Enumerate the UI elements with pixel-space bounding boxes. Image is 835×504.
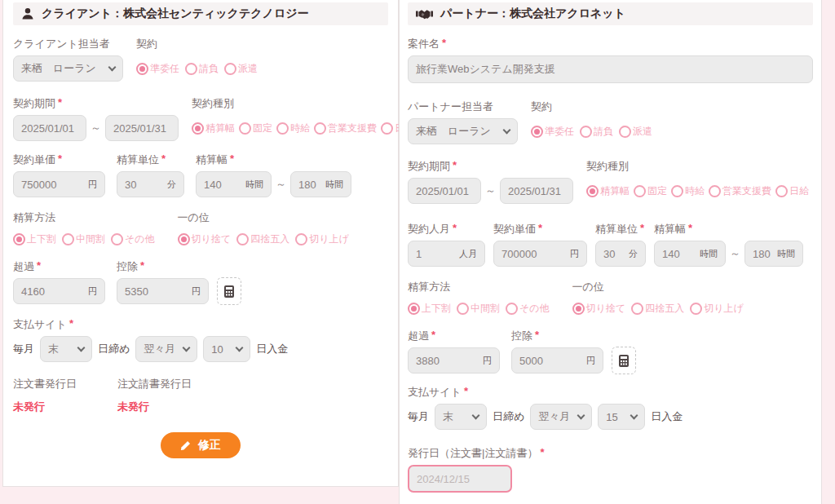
radio-option[interactable]: 四捨五入 bbox=[631, 302, 684, 316]
partner-method-radio-group: 上下割 中間割 その他 bbox=[408, 302, 550, 316]
radio-icon bbox=[586, 185, 599, 197]
partner-contact-value: 来栖 ローラン bbox=[416, 124, 491, 139]
client-payment-day-select[interactable]: 10 bbox=[203, 336, 250, 362]
unit-suffix: 人月 bbox=[459, 248, 477, 260]
client-settle-range-min-input[interactable]: 140時間 bbox=[196, 171, 272, 197]
client-excess-input[interactable]: 4160円 bbox=[13, 278, 105, 304]
radio-icon bbox=[13, 233, 25, 245]
radio-option[interactable]: 四捨五入 bbox=[236, 232, 289, 246]
person-icon bbox=[21, 7, 34, 20]
partner-issue-date-label: 発行日（注文書|注文請書）* bbox=[408, 446, 813, 461]
client-unit-price-input[interactable]: 750000円 bbox=[13, 171, 105, 197]
partner-payment-site-label: 支払サイト* bbox=[408, 385, 813, 400]
partner-contact-label: パートナー担当者 bbox=[408, 99, 518, 114]
partner-unit-price-input[interactable]: 700000円 bbox=[493, 241, 587, 267]
radio-option[interactable]: 中間割 bbox=[457, 302, 500, 316]
client-method-label: 精算方法 bbox=[13, 210, 155, 225]
client-payment-month-select[interactable]: 翌々月 bbox=[135, 336, 197, 362]
unit-suffix: 分 bbox=[167, 179, 176, 191]
client-settle-unit-input[interactable]: 30分 bbox=[117, 171, 184, 197]
radio-option[interactable]: 精算幅 bbox=[192, 122, 235, 135]
tilde-separator: ～ bbox=[276, 177, 286, 192]
client-deduction-label: 控除* bbox=[117, 259, 241, 274]
calculator-button[interactable] bbox=[612, 347, 636, 374]
radio-option[interactable]: 切り捨て bbox=[178, 232, 232, 246]
radio-option[interactable]: 時給 bbox=[671, 184, 705, 198]
partner-contact-select[interactable]: 来栖 ローラン bbox=[408, 118, 518, 144]
radio-option[interactable]: 中間割 bbox=[62, 232, 105, 246]
radio-icon bbox=[671, 185, 683, 197]
client-period-end-input[interactable]: 2025/01/31 bbox=[105, 115, 179, 141]
client-panel: クライアント：株式会社センティックテクノロジー クライアント担当者 来栖 ローラ… bbox=[2, 0, 399, 487]
client-period-start-input[interactable]: 2025/01/01 bbox=[13, 115, 86, 141]
radio-option[interactable]: その他 bbox=[506, 302, 550, 316]
radio-option[interactable]: 上下割 bbox=[408, 302, 451, 316]
payment-mid-text: 日締め bbox=[493, 409, 524, 424]
radio-option[interactable]: 切り上げ bbox=[295, 232, 349, 246]
client-rounding-label: 一の位 bbox=[178, 210, 349, 225]
partner-excess-input[interactable]: 3880円 bbox=[408, 347, 500, 374]
unit-suffix: 円 bbox=[192, 285, 201, 298]
edit-button[interactable]: 修正 bbox=[161, 432, 241, 458]
partner-rounding-radio-group: 切り捨て 四捨五入 切り上げ bbox=[572, 302, 744, 316]
partner-closing-day-select[interactable]: 末 bbox=[435, 404, 487, 430]
radio-option[interactable]: 日給 bbox=[775, 184, 809, 198]
radio-option[interactable]: 営業支援費 bbox=[709, 184, 771, 198]
radio-icon bbox=[314, 122, 326, 135]
partner-period-end-input[interactable]: 2025/01/31 bbox=[500, 178, 573, 204]
radio-icon bbox=[185, 63, 197, 75]
client-excess-label: 超過* bbox=[13, 259, 105, 274]
radio-option[interactable]: 準委任 bbox=[136, 62, 179, 76]
client-panel-header: クライアント：株式会社センティックテクノロジー bbox=[13, 2, 388, 25]
partner-project-input[interactable]: 旅行業Webシステム開発支援 bbox=[408, 55, 813, 83]
radio-option[interactable]: 準委任 bbox=[531, 125, 574, 139]
chevron-down-icon bbox=[503, 126, 511, 134]
radio-option[interactable]: 切り捨て bbox=[572, 302, 626, 316]
partner-man-month-input[interactable]: 1人月 bbox=[408, 241, 485, 267]
radio-option[interactable]: 派遣 bbox=[224, 62, 258, 76]
radio-option[interactable]: 営業支援費 bbox=[314, 122, 377, 135]
partner-contract-label: 契約 bbox=[531, 99, 652, 114]
partner-man-month-label: 契約人月* bbox=[408, 222, 485, 237]
partner-deduction-input[interactable]: 5000円 bbox=[511, 347, 603, 374]
partner-settle-range-min-input[interactable]: 140時間 bbox=[654, 241, 726, 267]
radio-option[interactable]: 請負 bbox=[580, 125, 613, 139]
partner-settle-range-max-input[interactable]: 180時間 bbox=[744, 241, 803, 267]
client-settle-unit-label: 精算単位* bbox=[117, 153, 184, 167]
radio-icon bbox=[775, 185, 788, 197]
client-settle-range-max-input[interactable]: 180時間 bbox=[290, 171, 351, 197]
client-panel-title: クライアント：株式会社センティックテクノロジー bbox=[42, 7, 309, 21]
calculator-icon bbox=[619, 355, 629, 367]
partner-issue-date-input[interactable]: 2024/12/15 bbox=[408, 465, 512, 493]
radio-option[interactable]: 上下割 bbox=[13, 232, 56, 246]
radio-icon bbox=[192, 122, 204, 135]
partner-payment-month-select[interactable]: 翌々月 bbox=[530, 404, 592, 430]
payment-prefix-text: 毎月 bbox=[408, 409, 429, 424]
radio-icon bbox=[224, 63, 236, 75]
radio-option[interactable]: 時給 bbox=[276, 122, 310, 135]
client-closing-day-select[interactable]: 末 bbox=[40, 336, 92, 362]
radio-icon bbox=[506, 303, 518, 315]
partner-method-label: 精算方法 bbox=[408, 280, 550, 294]
radio-option[interactable]: 請負 bbox=[185, 62, 219, 76]
radio-option[interactable]: 切り上げ bbox=[690, 302, 744, 316]
client-order-issue-label: 注文書発行日 bbox=[13, 377, 77, 391]
client-payment-site-label: 支払サイト* bbox=[13, 317, 388, 332]
partner-period-start-input[interactable]: 2025/01/01 bbox=[408, 178, 481, 204]
radio-option[interactable]: 固定 bbox=[239, 122, 272, 135]
client-contact-select[interactable]: 来栖 ローラン bbox=[13, 55, 123, 82]
partner-deduction-label: 控除* bbox=[511, 329, 636, 343]
client-rounding-radio-group: 切り捨て 四捨五入 切り上げ bbox=[178, 232, 349, 246]
radio-icon bbox=[62, 233, 74, 245]
radio-option[interactable]: 固定 bbox=[634, 184, 667, 198]
partner-payment-day-select[interactable]: 15 bbox=[598, 404, 645, 430]
calculator-button[interactable] bbox=[217, 277, 241, 305]
client-method-radio-group: 上下割 中間割 その他 bbox=[13, 232, 155, 246]
radio-option[interactable]: 派遣 bbox=[619, 125, 652, 139]
radio-option[interactable]: その他 bbox=[111, 232, 155, 246]
client-deduction-input[interactable]: 5350円 bbox=[117, 278, 209, 304]
partner-settle-unit-input[interactable]: 30分 bbox=[595, 241, 646, 267]
client-type-radio-group: 精算幅 固定 時給 営業支援費 日給 bbox=[192, 115, 414, 141]
radio-option[interactable]: 精算幅 bbox=[586, 184, 630, 198]
partner-type-radio-group: 精算幅 固定 時給 営業支援費 日給 bbox=[586, 178, 809, 204]
